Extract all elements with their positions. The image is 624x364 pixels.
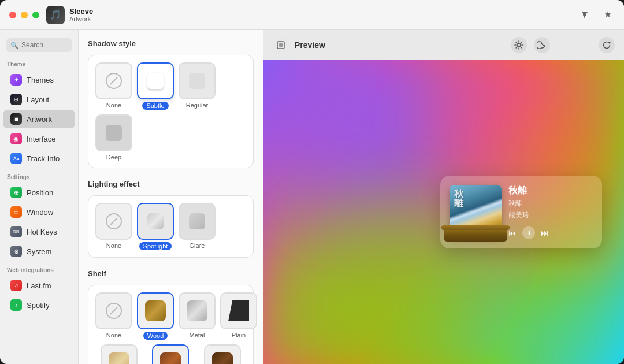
minimize-button[interactable] bbox=[21, 12, 28, 18]
hotkeys-icon: ⌨ bbox=[10, 226, 22, 237]
lighting-glare-box bbox=[179, 203, 216, 240]
sidebar-label-hotkeys: Hot Keys bbox=[27, 228, 57, 236]
lighting-none-label: None bbox=[106, 242, 121, 249]
sidebar-item-layout[interactable]: ⊞ Layout bbox=[3, 90, 75, 109]
shadow-subtle-box bbox=[137, 62, 174, 99]
sidebar-label-artwork: Artwork bbox=[27, 115, 52, 124]
themes-icon: ✦ bbox=[10, 74, 22, 86]
sidebar-label-window: Window bbox=[27, 208, 53, 217]
sidebar-item-position[interactable]: ⊕ Position bbox=[3, 183, 75, 202]
interface-icon: ◉ bbox=[10, 133, 22, 144]
search-bar[interactable]: 🔍 bbox=[6, 38, 72, 52]
maximize-button[interactable] bbox=[32, 12, 39, 18]
shelf-none-option[interactable]: None bbox=[95, 292, 132, 340]
app-title-group: Sleeve Artwork bbox=[69, 7, 93, 23]
preview-header: Preview bbox=[263, 30, 624, 60]
shelf-metal-preview bbox=[187, 300, 207, 321]
sidebar-item-themes[interactable]: ✦ Themes bbox=[3, 70, 75, 89]
settings-section-label: Settings bbox=[0, 168, 78, 183]
prev-button[interactable]: ⏮ bbox=[508, 228, 517, 237]
shelf-metal-option[interactable]: Metal bbox=[179, 292, 216, 340]
svg-line-5 bbox=[110, 307, 117, 314]
settings-panel: Shadow style None bbox=[79, 30, 263, 364]
track-name: 秋離 bbox=[508, 199, 593, 209]
moon-icon-btn[interactable] bbox=[534, 37, 550, 53]
lighting-spotlight-box bbox=[137, 203, 174, 240]
shelf-mahogany-option[interactable]: Mahogany bbox=[147, 344, 195, 364]
titlebar: 🎵 Sleeve Artwork bbox=[0, 0, 624, 30]
star-button[interactable] bbox=[601, 8, 615, 22]
shadow-regular-label: Regular bbox=[186, 102, 209, 109]
sidebar-item-artwork[interactable]: ◼ Artwork bbox=[3, 110, 75, 128]
shadow-regular-option[interactable]: Regular bbox=[179, 62, 216, 110]
track-title-cn: 秋離 bbox=[508, 185, 593, 197]
system-icon: ⚙ bbox=[10, 246, 22, 257]
refresh-icon-btn[interactable] bbox=[599, 37, 615, 53]
svg-line-13 bbox=[516, 42, 517, 43]
sidebar-label-lastfm: Last.fm bbox=[27, 281, 51, 290]
shadow-subtle-option[interactable]: Subtle bbox=[137, 62, 174, 110]
preview-panel: Preview bbox=[263, 30, 624, 364]
lighting-glare-option[interactable]: Glare bbox=[179, 203, 216, 250]
shadow-regular-preview bbox=[189, 73, 205, 89]
lighting-spotlight-option[interactable]: Spotlight bbox=[137, 203, 174, 250]
sidebar-label-spotify: Spotify bbox=[27, 301, 50, 310]
shelf-section-title: Shelf bbox=[88, 269, 254, 278]
sidebar-item-window[interactable]: ▭ Window bbox=[3, 203, 75, 221]
shadow-none-label: None bbox=[106, 102, 121, 109]
shadow-regular-box bbox=[179, 62, 216, 99]
shelf-walnut-preview bbox=[212, 352, 233, 364]
traffic-lights bbox=[9, 12, 39, 18]
shadow-none-box bbox=[95, 62, 132, 99]
pin-button[interactable] bbox=[578, 8, 592, 22]
titlebar-actions bbox=[578, 8, 615, 22]
app-window: 🎵 Sleeve Artwork bbox=[0, 0, 624, 364]
sidebar-label-interface: Interface bbox=[27, 135, 56, 143]
search-input[interactable] bbox=[21, 41, 68, 49]
shelf-walnut-option[interactable]: Walnut bbox=[199, 344, 246, 364]
player-widget: 秋離 秋離 秋離 熊美玲 ⏮ ⏸ bbox=[440, 176, 602, 248]
brightness-icon-btn[interactable] bbox=[511, 37, 527, 53]
sidebar: 🔍 Theme ✦ Themes ⊞ Layout ◼ Artwork ◉ In… bbox=[0, 30, 79, 364]
close-button[interactable] bbox=[9, 12, 16, 18]
sidebar-item-spotify[interactable]: ♪ Spotify bbox=[3, 296, 75, 314]
lighting-none-box bbox=[95, 203, 132, 240]
shelf-plain-preview bbox=[228, 300, 249, 321]
shelf-none-icon bbox=[106, 303, 122, 319]
sidebar-label-layout: Layout bbox=[27, 95, 49, 104]
shelf-wood-option[interactable]: Wood bbox=[137, 292, 174, 340]
svg-point-8 bbox=[517, 43, 521, 47]
next-button[interactable]: ⏭ bbox=[541, 228, 549, 237]
shelf-plain-option[interactable]: Plain bbox=[220, 292, 257, 340]
shelf-mahogany-box-outer bbox=[152, 344, 189, 364]
app-subtitle: Artwork bbox=[69, 16, 93, 23]
shadow-subtle-label: Subtle bbox=[142, 102, 168, 110]
sidebar-label-system: System bbox=[27, 247, 51, 256]
sidebar-item-interface[interactable]: ◉ Interface bbox=[3, 129, 75, 148]
play-pause-button[interactable]: ⏸ bbox=[522, 226, 535, 239]
lighting-glare-label: Glare bbox=[190, 242, 205, 249]
lighting-none-option[interactable]: None bbox=[95, 203, 132, 250]
sidebar-item-track-info[interactable]: Aa Track Info bbox=[3, 149, 75, 168]
shadow-none-option[interactable]: None bbox=[95, 62, 132, 110]
lighting-spotlight-label: Spotlight bbox=[139, 242, 172, 250]
lastfm-icon: ♫ bbox=[10, 280, 22, 291]
shadow-deep-option[interactable]: Deep bbox=[95, 114, 132, 161]
player-controls: ⏮ ⏸ ⏭ bbox=[508, 226, 593, 239]
shelf-metal-box-outer bbox=[179, 292, 216, 329]
preview-canvas: 秋離 秋離 秋離 熊美玲 ⏮ ⏸ bbox=[263, 60, 624, 364]
svg-rect-0 bbox=[582, 12, 588, 13]
sidebar-item-lastfm[interactable]: ♫ Last.fm bbox=[3, 276, 75, 295]
shelf-plain-box-outer bbox=[220, 292, 257, 329]
sidebar-item-system[interactable]: ⚙ System bbox=[3, 242, 75, 261]
track-artist: 熊美玲 bbox=[508, 210, 593, 220]
spotlight-preview bbox=[147, 213, 164, 229]
svg-line-15 bbox=[521, 42, 522, 43]
none-icon bbox=[106, 73, 122, 89]
shelf-maple-option[interactable]: Maple bbox=[95, 344, 143, 364]
sidebar-label-themes: Themes bbox=[27, 76, 54, 84]
album-container: 秋離 bbox=[450, 185, 502, 237]
shadow-deep-preview bbox=[106, 125, 122, 141]
sidebar-item-hotkeys[interactable]: ⌨ Hot Keys bbox=[3, 222, 75, 241]
album-title-cn: 秋離 bbox=[454, 190, 463, 208]
